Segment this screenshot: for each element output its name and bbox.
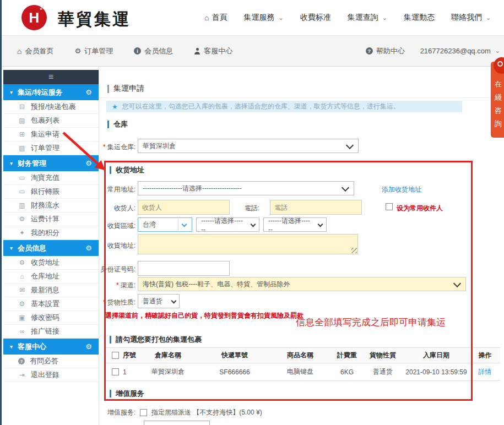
packages-table: 序號 倉庫名稱 快遞單號 商品名稱 計費重 貨物性質 入庫日期 操作 1 華貿深… — [105, 347, 500, 381]
member-nav-info[interactable]: i 会员信息 — [134, 46, 173, 56]
address-textarea[interactable] — [138, 234, 358, 254]
cell-index: 1 — [123, 368, 127, 376]
select-all-checkbox[interactable] — [112, 352, 119, 359]
sidebar-item-receive-address[interactable]: ⚙ 收货地址 — [3, 256, 99, 270]
cargo-type-label-text: 货物性质: — [107, 298, 136, 306]
chevron-down-icon — [453, 280, 461, 287]
warehouse-section-title: 仓库 — [113, 119, 128, 129]
sidebar-section-member[interactable]: ▾ 会员信息 ⚙ — [3, 240, 99, 256]
sidebar-collapse-button[interactable]: ≡ — [3, 70, 99, 84]
top-nav-home[interactable]: ⌂ 首頁 — [204, 13, 227, 23]
channel-select[interactable]: 海快(普貨) 包税----鞋子、电器、特貨、管制品除外 — [138, 277, 466, 291]
annotation-text: 信息全部填写完成之后即可申请集运 — [296, 316, 446, 329]
gear-icon[interactable]: ⚙ — [85, 342, 92, 351]
region-select-2[interactable]: ------请选择------ — [196, 217, 259, 232]
sidebar-section-title: 客服中心 — [18, 342, 46, 352]
sidebar-item-label: 銀行轉賬 — [31, 187, 59, 197]
id-number-label: 身份证号码: — [87, 265, 136, 274]
account-menu[interactable]: 2167726236@qq.com ⌄ — [420, 47, 500, 55]
top-nav-tracking[interactable]: 集運查詢 ⌄ — [348, 13, 387, 23]
top-nav-label: 收費标准 — [300, 13, 331, 23]
top-nav-news[interactable]: 集運動态 — [404, 13, 435, 23]
row-checkbox[interactable] — [112, 368, 119, 375]
column-header: 倉庫名稱 — [136, 351, 200, 360]
sidebar-item-change-password[interactable]: ▣ 修改密码 — [3, 311, 99, 325]
sidebar-item-forecast-package[interactable]: ⊟ 预报/快递包裹 — [3, 100, 99, 114]
channel-select-value: 海快(普貨) 包税----鞋子、电器、特貨、管制品除外 — [143, 280, 290, 289]
id-number-input[interactable] — [138, 261, 230, 276]
warehouse-label-text: 集运仓库: — [107, 143, 136, 151]
help-center-link[interactable]: ? 帮助中心 — [366, 46, 405, 56]
question-icon: ? — [366, 47, 373, 55]
resize-handle[interactable] — [351, 248, 357, 253]
add-address-link[interactable]: 添加收货地址 — [382, 185, 421, 194]
gear-icon[interactable]: ⚙ — [85, 159, 92, 167]
receiver-input[interactable] — [138, 200, 230, 215]
set-common-receiver-checkbox[interactable] — [386, 203, 393, 210]
brand-logo: H ° — [21, 5, 47, 30]
top-nav-services[interactable]: 集運服務 ⌄ — [243, 13, 283, 23]
top-nav-label: 聯絡我們 — [451, 13, 482, 23]
sidebar-item-my-points[interactable]: ✦ 我的积分 — [3, 226, 99, 240]
info-tip-text: 您可以在这里，勾选您已入库的包裹，选择适合您的仓库、渠道，取货方式等信息，进行集… — [122, 102, 400, 111]
channel-label: *渠道: — [91, 281, 136, 290]
member-nav-home[interactable]: ⌂ 会员首页 — [17, 46, 53, 56]
table-row[interactable]: 1 華貿深圳倉 SF666666 电脑键盘 6KG 普通货 2021-09-10… — [105, 363, 500, 381]
select-divider — [178, 219, 178, 231]
sidebar-item-promo-link[interactable]: ∞ 推广链接 — [3, 325, 99, 339]
chevron-down-icon — [171, 298, 177, 304]
top-nav-contact[interactable]: 聯絡我們 ⌄ — [451, 13, 491, 23]
sidebar-item-taobao-recharge[interactable]: ▭ 淘寶充值 — [3, 171, 99, 185]
required-mark: * — [103, 298, 106, 306]
member-nav-orders[interactable]: ⚙ 订单管理 — [74, 46, 113, 56]
home-icon: ⌂ — [204, 13, 209, 22]
chevron-down-icon — [342, 184, 349, 192]
sidebar-item-package-list[interactable]: ▤ 包裹列表 — [3, 114, 99, 128]
cell-warehouse: 華貿深圳倉 — [136, 367, 200, 377]
packages-section-header: 請勾選您要打包的集運包裹 — [110, 335, 202, 345]
page: H ° 華貿集運 ⌂ 首頁 集運服務 ⌄ 收費标准 集運查詢 ⌄ 集運動态 聯絡… — [0, 0, 504, 425]
value-added-checkbox[interactable] — [140, 409, 147, 416]
book-icon: ▧ — [18, 144, 26, 152]
sidebar-item-logout[interactable]: ⇥ 退出登錄 — [3, 368, 99, 382]
sidebar-section-support[interactable]: ▾ 客服中心 ⚙ — [3, 339, 99, 355]
section-bar-accent — [107, 121, 109, 128]
user-icon — [194, 48, 200, 55]
info-icon: i — [134, 47, 141, 55]
member-nav-service[interactable]: 客服中心 — [194, 46, 232, 56]
sidebar-item-latest-news[interactable]: ✉ 最新消息 — [3, 284, 99, 297]
partial-select[interactable] — [144, 421, 210, 425]
common-address-select[interactable]: ------------------请选择------------------ — [138, 181, 354, 195]
column-header: 商品名稱 — [269, 351, 331, 360]
sidebar-item-label: 仓库地址 — [31, 271, 59, 281]
gear-icon[interactable]: ⚙ — [85, 88, 92, 96]
phone-input[interactable] — [270, 200, 362, 215]
region-select-1[interactable]: 台湾 — [138, 217, 192, 232]
sidebar-item-bank-transfer[interactable]: ▭ 銀行轉賬 — [3, 185, 99, 199]
cargo-type-select[interactable]: 普通货 — [138, 294, 180, 308]
detail-link[interactable]: 詳情 — [470, 367, 500, 377]
page-title: 集運申請 — [107, 84, 144, 94]
info-tip: ★ 您可以在这里，勾选您已入库的包裹，选择适合您的仓库、渠道，取货方式等信息，进… — [106, 101, 462, 112]
card-icon: ▭ — [18, 188, 26, 195]
region-select-3[interactable]: ------请选择------ — [263, 217, 327, 232]
common-address-label: 常用地址: — [91, 185, 136, 194]
caret-down-icon: ▾ — [10, 245, 13, 251]
top-nav-pricing[interactable]: 收費标准 — [300, 13, 331, 23]
cell-product: 电脑键盘 — [269, 367, 331, 377]
sidebar-item-warehouse-address[interactable]: ⌂ 仓库地址 — [3, 270, 99, 284]
chevron-down-icon — [251, 222, 256, 227]
caret-down-icon: ▾ — [10, 344, 13, 350]
warehouse-select[interactable]: 華貿深圳倉 — [138, 139, 359, 153]
value-added-option-label: 指定黑猫派送 【不支持海快】(5.00 ¥) — [151, 408, 262, 417]
channel-warning-text: 選擇渠道前，精確認好自己的貨，特貨發到普貨會有扣貨風險及罰款 — [105, 311, 304, 320]
section-bar-accent — [110, 336, 111, 344]
sidebar-section-finance[interactable]: ▾ 财务管理 ⚙ — [3, 155, 99, 171]
column-header: 貨物性質 — [363, 351, 403, 360]
sidebar-item-consolidation-apply[interactable]: ⊞ 集运申请 — [3, 128, 99, 141]
column-header: 快遞單號 — [200, 351, 269, 360]
sidebar-item-freight-calc[interactable]: ⚙ 运费计算 — [3, 212, 99, 226]
sidebar-section-consolidation[interactable]: ▾ 集运/转运服务 ⚙ — [3, 84, 99, 100]
sidebar-item-qa[interactable]: ? 有問必答 — [3, 355, 99, 368]
sidebar-item-finance-flow[interactable]: ▥ 財務流水 — [3, 199, 99, 212]
